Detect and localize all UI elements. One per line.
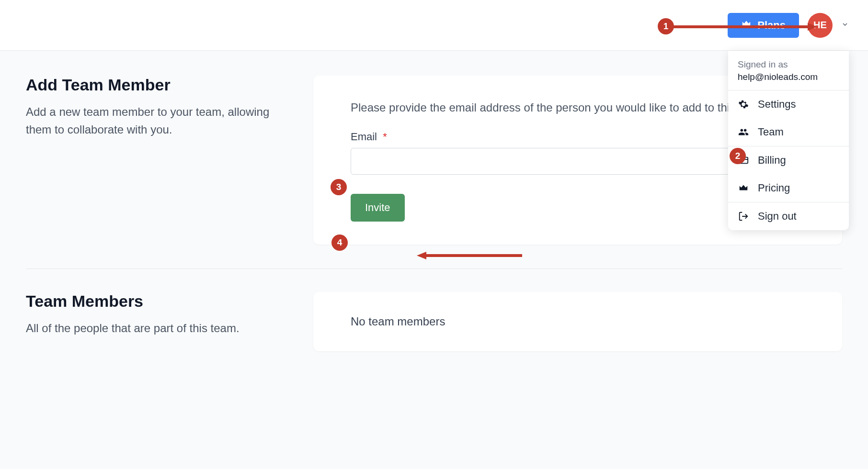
menu-item-billing[interactable]: Billing: [728, 146, 849, 174]
menu-item-label: Pricing: [758, 182, 790, 194]
menu-item-label: Settings: [758, 98, 796, 111]
invite-button[interactable]: Invite: [351, 194, 405, 222]
menu-item-label: Sign out: [758, 210, 797, 223]
empty-members-text: No team members: [351, 315, 805, 328]
gear-icon: [738, 99, 749, 110]
team-icon: [738, 126, 749, 138]
svg-marker-6: [417, 252, 426, 259]
section-team-members: Team Members All of the people that are …: [26, 292, 842, 375]
section-description: Add a new team member to your team, allo…: [26, 103, 285, 138]
annotation-badge-2: 2: [730, 148, 746, 164]
menu-item-settings[interactable]: Settings: [728, 90, 849, 118]
section-title: Add Team Member: [26, 76, 285, 94]
user-menu-toggle[interactable]: [841, 21, 849, 30]
user-dropdown: Signed in as help@nioleads.com Settings …: [728, 51, 849, 230]
menu-item-team[interactable]: Team: [728, 118, 849, 146]
required-mark: *: [383, 131, 387, 143]
signed-in-email: help@nioleads.com: [738, 72, 839, 82]
annotation-arrow-1: [674, 22, 817, 32]
annotation-badge-3: 3: [331, 179, 347, 195]
members-card: No team members: [313, 292, 842, 351]
section-title: Team Members: [26, 292, 285, 311]
menu-item-label: Billing: [758, 154, 786, 167]
section-description: All of the people that are part of this …: [26, 319, 285, 337]
annotation-badge-4: 4: [331, 234, 348, 251]
menu-item-label: Team: [758, 126, 784, 138]
crown-icon: [738, 182, 749, 194]
signed-in-label: Signed in as: [738, 59, 839, 70]
invite-button-label: Invite: [365, 201, 390, 213]
svg-marker-4: [808, 23, 817, 31]
annotation-arrow-4: [417, 251, 522, 260]
menu-item-pricing[interactable]: Pricing: [728, 174, 849, 202]
signout-icon: [738, 211, 749, 222]
section-add-team-member: Add Team Member Add a new team member to…: [26, 76, 842, 269]
menu-item-signout[interactable]: Sign out: [728, 202, 849, 230]
dropdown-header: Signed in as help@nioleads.com: [728, 51, 849, 90]
chevron-down-icon: [841, 21, 849, 30]
annotation-badge-1: 1: [658, 18, 674, 34]
